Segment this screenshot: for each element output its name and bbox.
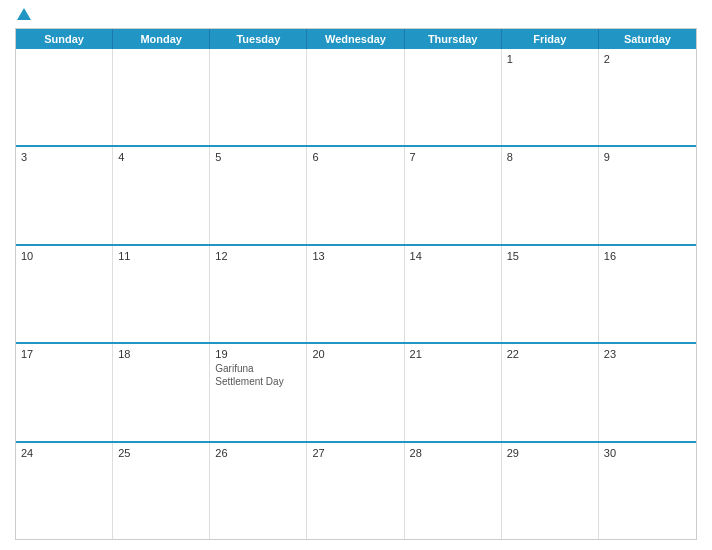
day-number: 2 [604,53,691,65]
day-number: 26 [215,447,301,459]
day-number: 3 [21,151,107,163]
cal-cell: 9 [599,147,696,243]
day-number: 27 [312,447,398,459]
day-number: 23 [604,348,691,360]
week-row-0: 12 [16,49,696,147]
day-number: 9 [604,151,691,163]
day-number: 24 [21,447,107,459]
logo-triangle-icon [17,8,31,20]
header [15,10,697,20]
cal-cell: 10 [16,246,113,342]
day-number: 28 [410,447,496,459]
weekday-header-tuesday: Tuesday [210,29,307,49]
day-number: 7 [410,151,496,163]
day-number: 10 [21,250,107,262]
cal-cell: 28 [405,443,502,539]
logo [15,10,31,20]
day-number: 1 [507,53,593,65]
cal-cell: 11 [113,246,210,342]
cal-cell: 12 [210,246,307,342]
cal-cell: 29 [502,443,599,539]
cal-cell [113,49,210,145]
day-number: 8 [507,151,593,163]
cal-cell: 7 [405,147,502,243]
day-number: 4 [118,151,204,163]
day-number: 13 [312,250,398,262]
calendar: SundayMondayTuesdayWednesdayThursdayFrid… [15,28,697,540]
cal-cell: 2 [599,49,696,145]
weekday-header-monday: Monday [113,29,210,49]
cal-cell: 30 [599,443,696,539]
cal-cell: 25 [113,443,210,539]
day-number: 18 [118,348,204,360]
cal-cell: 15 [502,246,599,342]
day-number: 22 [507,348,593,360]
day-number: 11 [118,250,204,262]
day-number: 14 [410,250,496,262]
calendar-header: SundayMondayTuesdayWednesdayThursdayFrid… [16,29,696,49]
cal-cell: 23 [599,344,696,440]
cal-cell: 16 [599,246,696,342]
cal-cell: 3 [16,147,113,243]
weekday-header-thursday: Thursday [405,29,502,49]
cal-cell: 17 [16,344,113,440]
day-number: 20 [312,348,398,360]
cal-cell: 26 [210,443,307,539]
day-number: 29 [507,447,593,459]
cal-cell: 4 [113,147,210,243]
calendar-body: 12345678910111213141516171819Garifuna Se… [16,49,696,539]
cal-cell [307,49,404,145]
week-row-4: 24252627282930 [16,443,696,539]
weekday-header-friday: Friday [502,29,599,49]
week-row-3: 171819Garifuna Settlement Day20212223 [16,344,696,442]
cal-cell [16,49,113,145]
cal-cell [405,49,502,145]
day-number: 19 [215,348,301,360]
page: SundayMondayTuesdayWednesdayThursdayFrid… [0,0,712,550]
cal-cell: 20 [307,344,404,440]
week-row-1: 3456789 [16,147,696,245]
cal-cell: 14 [405,246,502,342]
day-number: 30 [604,447,691,459]
cal-cell: 27 [307,443,404,539]
event-label: Garifuna Settlement Day [215,363,283,387]
weekday-header-sunday: Sunday [16,29,113,49]
cal-cell: 22 [502,344,599,440]
cal-cell [210,49,307,145]
weekday-header-saturday: Saturday [599,29,696,49]
cal-cell: 8 [502,147,599,243]
cal-cell: 6 [307,147,404,243]
week-row-2: 10111213141516 [16,246,696,344]
day-number: 17 [21,348,107,360]
day-number: 6 [312,151,398,163]
day-number: 21 [410,348,496,360]
day-number: 12 [215,250,301,262]
cal-cell: 21 [405,344,502,440]
day-number: 5 [215,151,301,163]
day-number: 25 [118,447,204,459]
day-number: 15 [507,250,593,262]
weekday-header-wednesday: Wednesday [307,29,404,49]
cal-cell: 18 [113,344,210,440]
day-number: 16 [604,250,691,262]
cal-cell: 1 [502,49,599,145]
cal-cell: 19Garifuna Settlement Day [210,344,307,440]
cal-cell: 24 [16,443,113,539]
cal-cell: 5 [210,147,307,243]
cal-cell: 13 [307,246,404,342]
